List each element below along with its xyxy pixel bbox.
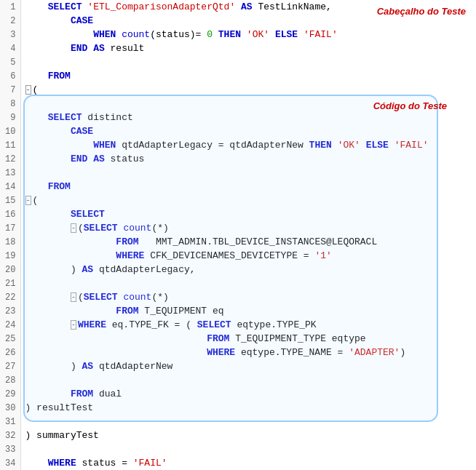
token-id [87,154,93,164]
table-row: 24 -WHERE eq.TYPE_FK = ( SELECT eqtype.T… [0,318,476,332]
code-editor: Cabeçalho do Teste Código do Teste 1 SEL… [0,0,476,470]
line-number: 9 [0,111,20,124]
token-kw: AS [241,1,253,12]
token-kw: WHERE [207,347,235,358]
line-number: 2 [0,14,20,28]
token-id: result [105,43,145,54]
token-id [241,29,247,40]
line-number: 5 [0,55,20,69]
line-code: FROM dual [20,387,476,401]
token-kw: AS [93,154,105,164]
line-code: ) summaryTest [20,429,476,442]
collapse-button[interactable]: - [25,196,31,205]
line-number: 17 [0,221,20,235]
table-row: 13 [0,166,476,180]
token-kw: ELSE [366,140,389,151]
token-id: (*) [151,292,168,303]
token-id: ) [71,361,82,372]
token-str: 'FAIL' [133,458,167,469]
line-code: ) AS qtdAdapterNew [20,359,476,373]
line-code: WHERE CFK_DEVICENAMES_DEVICETYPE = '1' [20,249,476,263]
token-str: 'FAIL' [394,140,429,151]
table-row: 31 [0,415,476,429]
token-id: T_EQUIPMENT_TYPE eqtype [229,333,365,344]
table-row: 29 FROM dual [0,387,476,401]
collapse-button[interactable]: - [71,320,76,330]
token-id: eqtype.TYPE_PK [231,319,317,330]
line-number: 25 [0,332,20,346]
line-code [20,166,476,180]
line-number: 7 [0,83,20,97]
line-code [20,276,476,290]
token-kw: THEN [309,140,332,151]
token-id: qtdAdapterLegacy, [93,264,195,275]
line-code: WHEN qtdAdapterLegacy = qtdAdapterNew TH… [20,138,476,152]
token-id: ) [71,264,82,275]
table-row: 5 [0,55,476,69]
table-row: 11 WHEN qtdAdapterLegacy = qtdAdapterNew… [0,138,476,152]
line-code: FROM T_EQUIPMENT_TYPE eqtype [20,332,476,346]
token-id: qtdAdapterLegacy = qtdAdapterNew [116,140,309,151]
token-id [116,29,122,40]
token-kw: THEN [218,29,241,40]
token-kw: FROM [116,306,138,316]
line-number: 13 [0,166,20,180]
line-code: FROM MMT_ADMIN.TBL_DEVICE_INSTANCES@LEQO… [20,235,476,249]
line-code: CASE [20,124,476,138]
token-id: T_EQUIPMENT eq [139,306,224,316]
table-row: 28 [0,373,476,387]
token-id: ) summaryTest [25,430,99,441]
token-kw: END [71,43,87,54]
table-row: 15-( [0,194,476,207]
line-number: 27 [0,359,20,373]
line-code: FROM T_EQUIPMENT eq [20,304,476,318]
token-kw: CASE [71,15,93,26]
token-str: 'ADAPTER' [349,347,400,358]
line-code: END AS status [20,152,476,166]
token-id: ( [78,292,84,303]
table-row: 10 CASE [0,124,476,138]
collapse-button[interactable]: - [71,223,76,233]
token-kw: FROM [116,236,138,247]
token-id: TestLinkName, [253,1,332,12]
token-id: status = [76,458,133,469]
token-kw: WHERE [48,458,76,469]
token-id: dual [93,389,122,399]
line-code: WHERE status = 'FAIL' [20,456,476,470]
label-cabecalho: Cabeçalho do Teste [377,6,466,17]
token-id: eq.TYPE_FK = ( [106,319,197,330]
token-kw: CASE [71,126,93,137]
line-code: -(SELECT count(*) [20,221,476,235]
line-number: 14 [0,180,20,194]
token-id [298,29,304,40]
line-number: 16 [0,207,20,221]
token-id [332,140,338,151]
collapse-button[interactable]: - [71,292,76,302]
token-kw: AS [82,361,94,372]
table-row: 20 ) AS qtdAdapterLegacy, [0,263,476,276]
line-number: 1 [0,0,20,14]
token-id [213,29,218,40]
line-number: 26 [0,346,20,359]
token-func: count [123,223,151,234]
table-row: 12 END AS status [0,152,476,166]
line-number: 15 [0,194,20,207]
token-kw: FROM [207,333,229,344]
token-id: ( [33,195,39,206]
line-number: 22 [0,290,20,304]
line-code: ) AS qtdAdapterLegacy, [20,263,476,276]
table-row: 25 FROM T_EQUIPMENT_TYPE eqtype [0,332,476,346]
token-id: eqtype.TYPE_NAME = [235,347,349,358]
line-number: 6 [0,69,20,83]
collapse-button[interactable]: - [25,85,31,95]
table-row: 17 -(SELECT count(*) [0,221,476,235]
table-row: 21 [0,276,476,290]
code-table: 1 SELECT 'ETL_ComparisonAdapterQtd' AS T… [0,0,476,470]
table-row: 23 FROM T_EQUIPMENT eq [0,304,476,318]
label-codigo: Código do Teste [373,100,447,111]
table-row: 4 END AS result [0,41,476,55]
line-number: 32 [0,429,20,442]
table-row: 6 FROM [0,69,476,83]
token-id: ( [33,84,39,95]
table-row: 32) summaryTest [0,429,476,442]
